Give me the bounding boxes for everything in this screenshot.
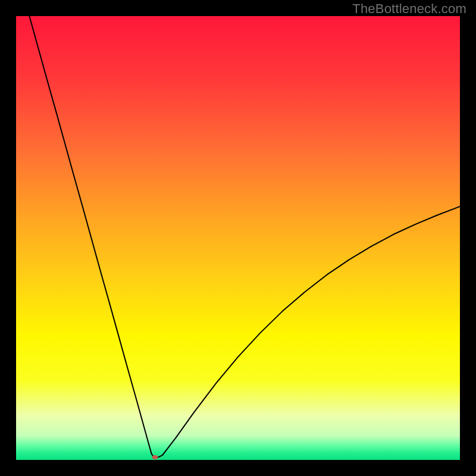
gradient-background [16,16,460,460]
chart-frame: TheBottleneck.com [0,0,476,476]
optimal-point-marker [152,455,158,459]
watermark-text: TheBottleneck.com [352,1,466,17]
bottleneck-chart [16,16,460,460]
